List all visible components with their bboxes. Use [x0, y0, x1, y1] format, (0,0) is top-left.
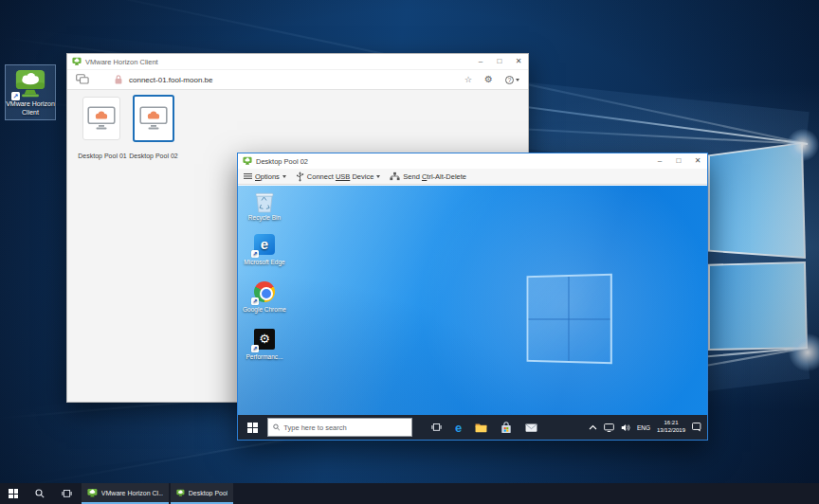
vm-desktop-icon-performance[interactable]: ⚙ ↗ Performanc...: [242, 328, 287, 361]
close-button[interactable]: ✕: [509, 54, 528, 69]
vm-taskbar-icons: e: [431, 422, 537, 434]
horizon-app-icon: [72, 57, 82, 66]
task-view-icon[interactable]: [431, 423, 442, 432]
help-icon: ?: [505, 76, 514, 84]
edge-icon: e ↗: [253, 234, 276, 257]
connect-usb-device-button[interactable]: Connect USB Device: [296, 171, 380, 182]
shortcut-arrow-icon: ↗: [11, 92, 20, 100]
shortcut-arrow-icon: ↗: [251, 250, 259, 258]
window-title: Desktop Pool 02: [256, 157, 308, 166]
vm-icon-label: Performanc...: [242, 353, 287, 361]
vm-icon-label: Microsoft Edge: [242, 259, 287, 266]
pool-label: Desktop Pool 02: [124, 153, 183, 159]
clock-time: 16:21: [657, 420, 685, 427]
usb-icon: [296, 171, 304, 182]
vm-icon-label: Recycle Bin: [242, 214, 287, 222]
options-menu-button[interactable]: Options: [244, 172, 286, 181]
chevron-down-icon: [516, 79, 519, 81]
dual-monitor-icon[interactable]: [76, 74, 89, 85]
vm-session-window: Desktop Pool 02 – □ ✕ Options: [237, 153, 708, 441]
recycle-bin-icon: [253, 189, 276, 212]
minimize-button[interactable]: –: [471, 54, 490, 69]
chevron-down-icon: [376, 175, 380, 178]
task-view-icon: [62, 489, 72, 498]
close-button[interactable]: ✕: [688, 153, 707, 169]
window-controls: – □ ✕: [471, 54, 528, 69]
horizon-title-bar[interactable]: VMware Horizon Client – □ ✕: [67, 54, 528, 69]
horizon-app-icon: [87, 488, 98, 498]
vm-desktop-icon-microsoft-edge[interactable]: e ↗ Microsoft Edge: [242, 233, 287, 266]
shortcut-arrow-icon: ↗: [251, 297, 259, 305]
pool-tile-desktop-pool-01[interactable]: [82, 97, 120, 140]
pool-monitor-cloud-icon: [87, 106, 116, 131]
search-icon: [273, 423, 280, 431]
chrome-icon: ↗: [253, 281, 276, 304]
vm-title-bar[interactable]: Desktop Pool 02 – □ ✕: [238, 153, 707, 169]
pool-tile-desktop-pool-02[interactable]: [133, 95, 174, 142]
maximize-button[interactable]: □: [490, 54, 509, 69]
server-address[interactable]: connect-01.fool-moon.be: [129, 76, 213, 84]
settings-gear-icon[interactable]: ⚙: [484, 75, 493, 84]
vm-taskbar: e: [238, 415, 707, 440]
windows-start-icon: [9, 489, 18, 498]
host-desktop: ↗ VMware Horizon Client VMware Horizon C…: [0, 0, 819, 504]
host-start-button[interactable]: [0, 483, 27, 504]
desktop-shortcut-vmware-horizon-client[interactable]: ↗ VMware Horizon Client: [5, 64, 56, 120]
minimize-button[interactable]: –: [650, 153, 669, 169]
file-explorer-icon[interactable]: [475, 423, 487, 433]
pool-monitor-cloud-icon: [139, 106, 168, 131]
vm-desktop: Recycle Bin e ↗ Microsoft Edge ↗ Google …: [238, 186, 707, 415]
action-center-icon[interactable]: [692, 423, 701, 432]
hamburger-menu-icon: [244, 172, 252, 180]
horizon-actions: ☆ ⚙ ?: [464, 75, 519, 84]
horizon-server-bar: connect-01.fool-moon.be ☆ ⚙ ?: [67, 69, 528, 90]
vm-desktop-icon-google-chrome[interactable]: ↗ Google Chrome: [242, 280, 287, 314]
vm-toolbar: Options Connect USB Device: [238, 169, 707, 185]
shortcut-arrow-icon: ↗: [251, 345, 259, 352]
chevron-down-icon: [282, 175, 286, 178]
send-ctrl-alt-delete-button[interactable]: Send Ctrl-Alt-Delete: [390, 171, 466, 181]
window-controls: – □ ✕: [650, 153, 707, 169]
horizon-app-icon: [243, 156, 252, 166]
host-task-view-button[interactable]: [53, 483, 80, 504]
edge-taskbar-icon[interactable]: e: [455, 422, 462, 434]
taskbar-app-vmware-horizon-client[interactable]: VMware Horizon Cl...: [82, 483, 169, 504]
tray-chevron-up-icon[interactable]: [589, 424, 597, 430]
mail-icon[interactable]: [525, 423, 537, 433]
performance-tool-icon: ⚙ ↗: [253, 329, 276, 351]
maximize-button[interactable]: □: [669, 153, 688, 169]
send-keys-icon: [390, 171, 400, 181]
microsoft-store-icon[interactable]: [500, 422, 512, 434]
taskbar-app-desktop-pool-02[interactable]: Desktop Pool 02: [171, 483, 233, 504]
volume-icon[interactable]: [621, 423, 630, 432]
vm-icon-label: Google Chrome: [242, 306, 287, 314]
clock[interactable]: 16:21 13/12/2019: [657, 420, 685, 435]
help-menu-button[interactable]: ?: [505, 76, 519, 84]
desktop-shortcut-label: VMware Horizon Client: [6, 100, 55, 117]
windows-logo: [527, 274, 612, 365]
taskbar-app-label: VMware Horizon Cl...: [101, 490, 163, 496]
network-display-icon[interactable]: [604, 423, 614, 432]
vm-desktop-icon-recycle-bin[interactable]: Recycle Bin: [242, 189, 287, 222]
vm-system-tray: ENG 16:21 13/12/2019: [589, 420, 701, 435]
favorites-star-icon[interactable]: ☆: [464, 76, 472, 84]
host-search-button[interactable]: [27, 483, 53, 504]
clock-date: 13/12/2019: [657, 427, 685, 435]
vmware-horizon-icon: ↗: [13, 68, 47, 99]
horizon-app-icon: [176, 488, 185, 498]
vm-wallpaper-shade: [238, 186, 707, 415]
window-title: VMware Horizon Client: [85, 58, 158, 66]
host-taskbar: VMware Horizon Cl... Desktop Pool 02: [0, 483, 819, 504]
language-indicator[interactable]: ENG: [637, 424, 650, 431]
vm-search-input[interactable]: [283, 423, 407, 432]
search-icon: [35, 489, 45, 498]
vm-search-box[interactable]: [267, 418, 412, 437]
taskbar-app-label: Desktop Pool 02: [189, 490, 228, 496]
pool-label: Desktop Pool 01: [73, 153, 132, 159]
vm-start-button[interactable]: [247, 423, 258, 433]
lock-icon: [114, 74, 123, 85]
